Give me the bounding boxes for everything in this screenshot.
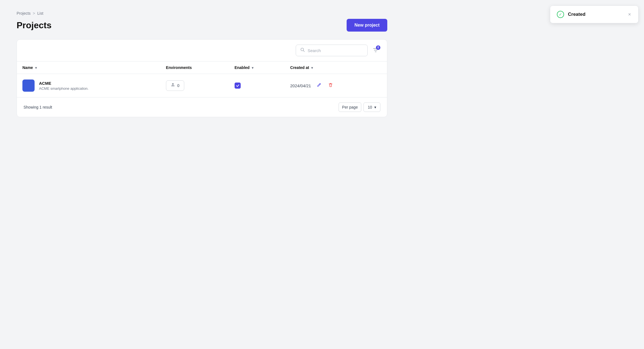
project-info: ACME ACME smartphone application. <box>39 81 89 91</box>
toast-notification: ✓ Created × <box>550 6 638 23</box>
table-toolbar: 0 <box>17 40 387 61</box>
page-title: Projects <box>17 20 51 30</box>
breadcrumb-parent[interactable]: Projects <box>17 11 31 16</box>
filter-button[interactable]: 0 <box>371 45 380 56</box>
column-enabled[interactable]: Enabled ▾ <box>229 61 285 74</box>
toast-close-button[interactable]: × <box>627 11 632 17</box>
projects-table-card: 0 Name ▾ Environments Enabled ▾ <box>17 39 387 117</box>
environments-count: 0 <box>177 83 180 88</box>
column-environments: Environments <box>160 61 229 74</box>
created-at-date: 2024/04/21 <box>290 83 311 88</box>
enabled-sort-icon: ▾ <box>252 66 253 70</box>
project-avatar <box>22 79 35 92</box>
per-page-chevron-icon: ▾ <box>374 105 376 109</box>
breadcrumb-current: List <box>37 11 43 16</box>
table-header-row: Name ▾ Environments Enabled ▾ Created at… <box>17 61 387 74</box>
search-input[interactable] <box>308 48 363 53</box>
enabled-checkbox[interactable] <box>235 83 241 89</box>
project-created-at-cell: 2024/04/21 <box>285 74 387 97</box>
search-box <box>296 45 368 56</box>
name-sort-icon: ▾ <box>35 66 37 70</box>
breadcrumb-separator: > <box>33 11 35 16</box>
trash-icon <box>328 83 333 89</box>
upload-icon <box>171 83 175 88</box>
project-description: ACME smartphone application. <box>39 86 89 91</box>
environments-badge[interactable]: 0 <box>166 80 184 91</box>
table-footer: Showing 1 result Per page 10 ▾ <box>17 97 387 117</box>
page-header: Projects New project <box>17 19 387 32</box>
toast-message: Created <box>568 12 624 17</box>
project-name-cell: ACME ACME smartphone application. <box>17 74 160 97</box>
per-page-control: Per page 10 ▾ <box>339 102 380 112</box>
column-name[interactable]: Name ▾ <box>17 61 160 74</box>
showing-results: Showing 1 result <box>24 105 52 109</box>
svg-line-1 <box>303 51 305 52</box>
filter-badge: 0 <box>376 45 380 50</box>
main-content: Projects > List Projects New project <box>0 0 404 128</box>
edit-button[interactable] <box>315 81 323 90</box>
search-icon <box>300 48 305 53</box>
project-environments-cell: 0 <box>160 74 229 97</box>
new-project-button[interactable]: New project <box>347 19 387 32</box>
projects-table: Name ▾ Environments Enabled ▾ Created at… <box>17 61 387 97</box>
toast-success-icon: ✓ <box>557 11 564 18</box>
breadcrumb: Projects > List <box>17 11 387 16</box>
per-page-value: 10 <box>368 105 372 109</box>
column-created-at[interactable]: Created at ▾ <box>285 61 387 74</box>
per-page-label: Per page <box>339 102 362 112</box>
delete-button[interactable] <box>327 81 334 90</box>
per-page-select[interactable]: 10 ▾ <box>363 102 380 112</box>
edit-icon <box>316 83 321 89</box>
svg-rect-2 <box>171 86 175 86</box>
project-enabled-cell <box>229 74 285 97</box>
table-row: ACME ACME smartphone application. <box>17 74 387 97</box>
created-sort-icon: ▾ <box>311 66 313 70</box>
project-name[interactable]: ACME <box>39 81 89 86</box>
